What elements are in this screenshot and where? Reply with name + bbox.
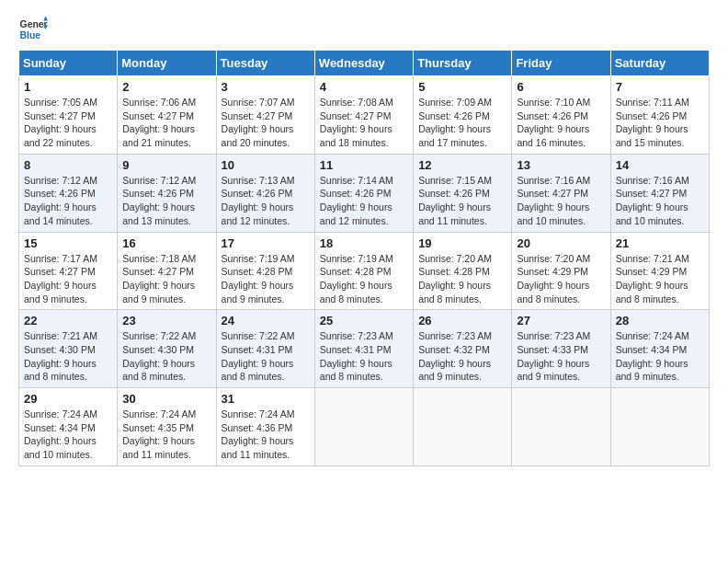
day-number: 22 bbox=[24, 314, 112, 327]
day-number: 8 bbox=[24, 158, 112, 172]
calendar-cell: 28 Sunrise: 7:24 AM Sunset: 4:34 PM Dayl… bbox=[610, 310, 709, 388]
day-info: Sunrise: 7:21 AM Sunset: 4:30 PM Dayligh… bbox=[24, 329, 112, 384]
calendar-cell: 15 Sunrise: 7:17 AM Sunset: 4:27 PM Dayl… bbox=[19, 232, 118, 310]
day-number: 10 bbox=[222, 158, 310, 172]
calendar-cell: 26 Sunrise: 7:23 AM Sunset: 4:32 PM Dayl… bbox=[414, 310, 512, 388]
day-number: 15 bbox=[24, 236, 112, 250]
day-number: 24 bbox=[222, 314, 310, 327]
day-number: 20 bbox=[517, 236, 605, 250]
day-header-tuesday: Tuesday bbox=[216, 51, 314, 76]
day-info: Sunrise: 7:22 AM Sunset: 4:30 PM Dayligh… bbox=[122, 329, 210, 384]
calendar-cell: 22 Sunrise: 7:21 AM Sunset: 4:30 PM Dayl… bbox=[19, 310, 118, 388]
day-number: 3 bbox=[222, 80, 310, 94]
day-info: Sunrise: 7:23 AM Sunset: 4:33 PM Dayligh… bbox=[517, 329, 605, 384]
day-info: Sunrise: 7:10 AM Sunset: 4:26 PM Dayligh… bbox=[517, 96, 605, 150]
svg-marker-2 bbox=[43, 17, 48, 21]
week-row-4: 22 Sunrise: 7:21 AM Sunset: 4:30 PM Dayl… bbox=[19, 310, 710, 388]
calendar-cell: 4 Sunrise: 7:08 AM Sunset: 4:27 PM Dayli… bbox=[314, 76, 413, 155]
day-info: Sunrise: 7:11 AM Sunset: 4:26 PM Dayligh… bbox=[616, 96, 704, 150]
day-info: Sunrise: 7:12 AM Sunset: 4:26 PM Dayligh… bbox=[24, 174, 112, 228]
day-info: Sunrise: 7:23 AM Sunset: 4:31 PM Dayligh… bbox=[320, 329, 408, 384]
calendar-table: SundayMondayTuesdayWednesdayThursdayFrid… bbox=[18, 50, 710, 466]
day-number: 12 bbox=[418, 158, 506, 172]
svg-text:Blue: Blue bbox=[20, 30, 41, 40]
calendar-cell: 21 Sunrise: 7:21 AM Sunset: 4:29 PM Dayl… bbox=[610, 232, 709, 310]
day-info: Sunrise: 7:05 AM Sunset: 4:27 PM Dayligh… bbox=[24, 96, 112, 150]
day-number: 7 bbox=[616, 80, 704, 94]
day-header-friday: Friday bbox=[512, 51, 610, 76]
day-info: Sunrise: 7:06 AM Sunset: 4:27 PM Dayligh… bbox=[122, 96, 210, 150]
logo-icon: General Blue bbox=[18, 15, 48, 44]
calendar-cell: 1 Sunrise: 7:05 AM Sunset: 4:27 PM Dayli… bbox=[19, 76, 118, 155]
day-info: Sunrise: 7:21 AM Sunset: 4:29 PM Dayligh… bbox=[616, 252, 704, 306]
day-info: Sunrise: 7:24 AM Sunset: 4:34 PM Dayligh… bbox=[24, 408, 112, 462]
day-info: Sunrise: 7:24 AM Sunset: 4:36 PM Dayligh… bbox=[222, 408, 310, 462]
calendar-cell: 13 Sunrise: 7:16 AM Sunset: 4:27 PM Dayl… bbox=[512, 154, 610, 232]
calendar-cell: 14 Sunrise: 7:16 AM Sunset: 4:27 PM Dayl… bbox=[610, 154, 709, 232]
day-header-thursday: Thursday bbox=[414, 51, 512, 76]
day-info: Sunrise: 7:18 AM Sunset: 4:27 PM Dayligh… bbox=[122, 252, 210, 306]
day-number: 23 bbox=[122, 314, 210, 327]
day-number: 1 bbox=[24, 80, 112, 94]
calendar-cell: 24 Sunrise: 7:22 AM Sunset: 4:31 PM Dayl… bbox=[216, 310, 314, 388]
day-info: Sunrise: 7:07 AM Sunset: 4:27 PM Dayligh… bbox=[222, 96, 310, 150]
calendar-cell bbox=[512, 388, 610, 466]
day-number: 30 bbox=[122, 392, 210, 406]
day-number: 26 bbox=[418, 314, 506, 327]
calendar-cell: 7 Sunrise: 7:11 AM Sunset: 4:26 PM Dayli… bbox=[610, 76, 709, 155]
day-info: Sunrise: 7:13 AM Sunset: 4:26 PM Dayligh… bbox=[222, 174, 310, 228]
day-number: 13 bbox=[517, 158, 605, 172]
calendar-cell: 11 Sunrise: 7:14 AM Sunset: 4:26 PM Dayl… bbox=[314, 154, 413, 232]
day-header-monday: Monday bbox=[118, 51, 216, 76]
calendar-cell: 18 Sunrise: 7:19 AM Sunset: 4:28 PM Dayl… bbox=[314, 232, 413, 310]
calendar-cell: 6 Sunrise: 7:10 AM Sunset: 4:26 PM Dayli… bbox=[512, 76, 610, 155]
week-row-3: 15 Sunrise: 7:17 AM Sunset: 4:27 PM Dayl… bbox=[19, 232, 710, 310]
day-info: Sunrise: 7:23 AM Sunset: 4:32 PM Dayligh… bbox=[418, 329, 506, 384]
day-info: Sunrise: 7:20 AM Sunset: 4:29 PM Dayligh… bbox=[517, 252, 605, 306]
calendar-cell: 19 Sunrise: 7:20 AM Sunset: 4:28 PM Dayl… bbox=[414, 232, 512, 310]
day-header-wednesday: Wednesday bbox=[314, 51, 413, 76]
day-header-sunday: Sunday bbox=[19, 51, 118, 76]
calendar-cell: 29 Sunrise: 7:24 AM Sunset: 4:34 PM Dayl… bbox=[19, 388, 118, 466]
day-info: Sunrise: 7:17 AM Sunset: 4:27 PM Dayligh… bbox=[24, 252, 112, 306]
day-info: Sunrise: 7:15 AM Sunset: 4:26 PM Dayligh… bbox=[418, 174, 506, 228]
calendar-cell: 8 Sunrise: 7:12 AM Sunset: 4:26 PM Dayli… bbox=[19, 154, 118, 232]
day-number: 5 bbox=[418, 80, 506, 94]
day-number: 11 bbox=[320, 158, 408, 172]
day-info: Sunrise: 7:16 AM Sunset: 4:27 PM Dayligh… bbox=[616, 174, 704, 228]
day-header-saturday: Saturday bbox=[610, 51, 709, 76]
logo: General Blue bbox=[18, 15, 53, 44]
day-number: 25 bbox=[320, 314, 408, 327]
page-header: General Blue bbox=[18, 15, 710, 44]
calendar-cell: 31 Sunrise: 7:24 AM Sunset: 4:36 PM Dayl… bbox=[216, 388, 314, 466]
day-number: 4 bbox=[320, 80, 408, 94]
calendar-cell: 9 Sunrise: 7:12 AM Sunset: 4:26 PM Dayli… bbox=[118, 154, 216, 232]
day-number: 17 bbox=[222, 236, 310, 250]
calendar-cell: 10 Sunrise: 7:13 AM Sunset: 4:26 PM Dayl… bbox=[216, 154, 314, 232]
day-info: Sunrise: 7:19 AM Sunset: 4:28 PM Dayligh… bbox=[320, 252, 408, 306]
day-info: Sunrise: 7:12 AM Sunset: 4:26 PM Dayligh… bbox=[122, 174, 210, 228]
calendar-cell: 16 Sunrise: 7:18 AM Sunset: 4:27 PM Dayl… bbox=[118, 232, 216, 310]
day-info: Sunrise: 7:24 AM Sunset: 4:34 PM Dayligh… bbox=[616, 329, 704, 384]
calendar-cell: 12 Sunrise: 7:15 AM Sunset: 4:26 PM Dayl… bbox=[414, 154, 512, 232]
week-row-5: 29 Sunrise: 7:24 AM Sunset: 4:34 PM Dayl… bbox=[19, 388, 710, 466]
calendar-cell: 27 Sunrise: 7:23 AM Sunset: 4:33 PM Dayl… bbox=[512, 310, 610, 388]
day-info: Sunrise: 7:09 AM Sunset: 4:26 PM Dayligh… bbox=[418, 96, 506, 150]
day-info: Sunrise: 7:24 AM Sunset: 4:35 PM Dayligh… bbox=[122, 408, 210, 462]
calendar-cell: 30 Sunrise: 7:24 AM Sunset: 4:35 PM Dayl… bbox=[118, 388, 216, 466]
day-number: 21 bbox=[616, 236, 704, 250]
day-info: Sunrise: 7:08 AM Sunset: 4:27 PM Dayligh… bbox=[320, 96, 408, 150]
days-header-row: SundayMondayTuesdayWednesdayThursdayFrid… bbox=[19, 51, 710, 76]
week-row-1: 1 Sunrise: 7:05 AM Sunset: 4:27 PM Dayli… bbox=[19, 76, 710, 155]
calendar-cell: 2 Sunrise: 7:06 AM Sunset: 4:27 PM Dayli… bbox=[118, 76, 216, 155]
svg-text:General: General bbox=[20, 19, 48, 29]
day-info: Sunrise: 7:14 AM Sunset: 4:26 PM Dayligh… bbox=[320, 174, 408, 228]
day-info: Sunrise: 7:20 AM Sunset: 4:28 PM Dayligh… bbox=[418, 252, 506, 306]
calendar-cell bbox=[414, 388, 512, 466]
calendar-cell: 25 Sunrise: 7:23 AM Sunset: 4:31 PM Dayl… bbox=[314, 310, 413, 388]
calendar-cell bbox=[610, 388, 709, 466]
day-number: 19 bbox=[418, 236, 506, 250]
day-info: Sunrise: 7:19 AM Sunset: 4:28 PM Dayligh… bbox=[222, 252, 310, 306]
day-number: 31 bbox=[222, 392, 310, 406]
calendar-cell bbox=[314, 388, 413, 466]
